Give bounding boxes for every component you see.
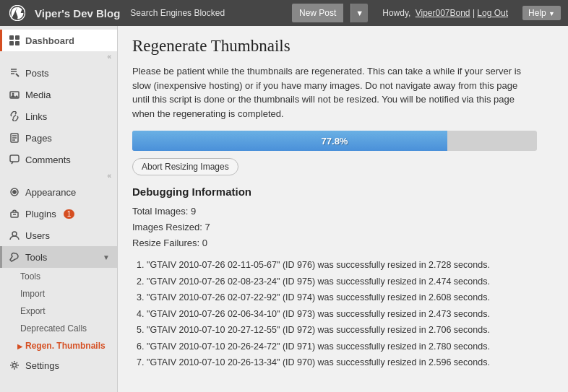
sidebar-item-links[interactable]: Links xyxy=(0,105,117,127)
list-item: "GTAIV 2010-07-26 02-08-23-24" (ID 975) … xyxy=(147,274,554,290)
tools-icon xyxy=(9,251,20,263)
resize-failures-stat: Resize Failures: 0 xyxy=(132,235,554,251)
main-content: Regenerate Thumbnails Please be patient … xyxy=(118,26,568,392)
media-icon xyxy=(9,89,20,100)
comments-icon xyxy=(9,154,20,165)
resize-list: "GTAIV 2010-07-26 02-11-05-67" (ID 976) … xyxy=(132,257,554,371)
debug-heading: Debugging Information xyxy=(132,186,554,198)
sidebar-item-media[interactable]: Media xyxy=(0,84,117,105)
sidebar-item-users[interactable]: Users xyxy=(0,225,117,246)
sidebar-item-plugins[interactable]: Plugins 1 xyxy=(0,203,117,225)
links-icon xyxy=(9,110,20,122)
list-item: "GTAIV 2010-07-10 20-27-12-55" (ID 972) … xyxy=(147,322,554,339)
dashboard-label: Dashboard xyxy=(25,35,74,46)
site-name[interactable]: Viper's Dev Blog xyxy=(35,7,120,19)
list-item: "GTAIV 2010-07-10 20-26-24-72" (ID 971) … xyxy=(147,339,554,355)
submenu-regen-thumbnails[interactable]: Regen. Thumbnails xyxy=(0,337,117,354)
posts-icon xyxy=(9,67,20,79)
submenu-export[interactable]: Export xyxy=(0,302,117,320)
sidebar-item-settings[interactable]: Settings xyxy=(0,354,117,376)
plugins-label: Plugins xyxy=(25,209,56,219)
logout-link[interactable]: Log Out xyxy=(477,8,508,18)
svg-rect-11 xyxy=(10,155,19,162)
howdy-label: Howdy, xyxy=(382,8,410,18)
sidebar: Dashboard « Posts Media xyxy=(0,26,118,392)
plugins-badge: 1 xyxy=(64,209,75,219)
tools-label: Tools xyxy=(25,252,47,263)
sidebar-item-pages[interactable]: Pages xyxy=(0,127,117,149)
help-button[interactable]: Help ▼ xyxy=(522,6,561,20)
help-dropdown-icon: ▼ xyxy=(548,10,555,17)
search-engines-blocked-badge: Search Engines Blocked xyxy=(130,8,225,18)
svg-point-15 xyxy=(12,232,17,236)
dashboard-icon xyxy=(9,35,20,46)
howdy-text: Howdy, Viper007Bond | Log Out xyxy=(382,8,508,18)
list-item: "GTAIV 2010-07-10 20-26-13-34" (ID 970) … xyxy=(147,354,554,371)
pages-icon xyxy=(9,132,20,144)
help-label: Help xyxy=(528,8,546,18)
submenu-deprecated-calls[interactable]: Deprecated Calls xyxy=(0,320,117,337)
submenu-import[interactable]: Import xyxy=(0,285,117,302)
sidebar-item-dashboard[interactable]: Dashboard xyxy=(0,30,117,51)
wp-logo-icon[interactable] xyxy=(7,3,27,23)
pages-label: Pages xyxy=(25,133,52,144)
links-label: Links xyxy=(25,111,47,122)
progress-bar-container: 77.8% xyxy=(132,131,537,151)
plugins-icon xyxy=(9,208,20,219)
sidebar-item-comments[interactable]: Comments xyxy=(0,149,117,170)
settings-icon xyxy=(9,360,20,371)
sidebar-item-tools[interactable]: Tools ▼ xyxy=(0,246,117,268)
list-item: "GTAIV 2010-07-26 02-06-34-10" (ID 973) … xyxy=(147,306,554,323)
svg-rect-1 xyxy=(9,35,14,40)
svg-rect-2 xyxy=(15,35,20,40)
svg-rect-4 xyxy=(15,41,20,45)
settings-label: Settings xyxy=(25,360,59,371)
appearance-label: Appearance xyxy=(25,187,76,198)
new-post-button[interactable]: New Post xyxy=(292,4,343,22)
svg-rect-3 xyxy=(9,41,14,45)
list-item: "GTAIV 2010-07-26 02-07-22-92" (ID 974) … xyxy=(147,289,554,306)
images-resized-stat: Images Resized: 7 xyxy=(132,219,554,235)
progress-label: 77.8% xyxy=(132,131,537,151)
sidebar-collapse-1[interactable]: « xyxy=(0,51,117,62)
media-label: Media xyxy=(25,90,51,100)
page-title: Regenerate Thumbnails xyxy=(132,37,554,56)
comments-label: Comments xyxy=(25,154,71,165)
total-images-stat: Total Images: 9 xyxy=(132,204,554,219)
sidebar-collapse-2[interactable]: « xyxy=(0,170,117,181)
users-label: Users xyxy=(25,230,50,241)
username-link[interactable]: Viper007Bond xyxy=(416,8,470,18)
debug-stats: Total Images: 9 Images Resized: 7 Resize… xyxy=(132,204,554,251)
sidebar-item-posts[interactable]: Posts xyxy=(0,62,117,84)
svg-point-16 xyxy=(13,364,17,367)
new-post-dropdown-button[interactable]: ▼ xyxy=(350,4,368,22)
description-text: Please be patient while the thumbnails a… xyxy=(132,64,537,121)
users-icon xyxy=(9,230,20,241)
posts-label: Posts xyxy=(25,68,49,79)
abort-resizing-button[interactable]: Abort Resizing Images xyxy=(132,158,238,175)
topbar: Viper's Dev Blog Search Engines Blocked … xyxy=(0,0,568,26)
tools-arrow-icon: ▼ xyxy=(103,253,110,261)
submenu-tools[interactable]: Tools xyxy=(0,268,117,285)
appearance-icon xyxy=(9,186,20,198)
list-item: "GTAIV 2010-07-26 02-11-05-67" (ID 976) … xyxy=(147,257,554,274)
layout: Dashboard « Posts Media xyxy=(0,26,568,392)
sidebar-item-appearance[interactable]: Appearance xyxy=(0,181,117,203)
